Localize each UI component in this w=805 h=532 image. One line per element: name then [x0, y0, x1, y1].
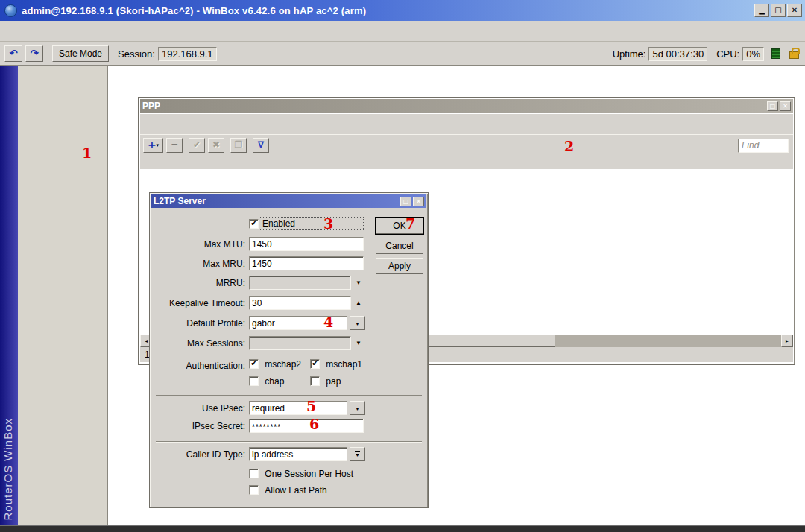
keepalive-input[interactable]: 30 [249, 296, 351, 310]
annotation-1: 1 [82, 146, 92, 160]
mschap1-checkbox[interactable] [310, 359, 320, 369]
max-mtu-label: Max MTU: [150, 237, 245, 250]
one-session-per-host-option[interactable]: One Session Per Host [249, 469, 353, 479]
dialog-maximize-icon[interactable]: □ [400, 197, 411, 206]
secure-session-lock-icon [789, 51, 799, 59]
annotation-2: 2 [564, 139, 574, 153]
max-mru-label: Max MRU: [150, 256, 245, 269]
window-title: admin@192.168.9.1 (Skori-hAPac^2) - WinB… [22, 5, 366, 16]
safe-mode-button[interactable]: Safe Mode [52, 45, 109, 62]
uptime-value: 5d 00:37:30 [648, 47, 707, 61]
brand-strip: RouterOS WinBox [0, 66, 18, 525]
chap-checkbox[interactable] [249, 376, 259, 386]
auth-mschap2-option[interactable]: mschap2 [249, 359, 301, 370]
undo-icon[interactable]: ↶ [4, 45, 22, 62]
ppp-toolbar: +▾ − ✔ ✖ ❐ ∇ [140, 134, 793, 156]
ppp-window-title: PPP [142, 101, 160, 111]
auth-chap-option[interactable]: chap [249, 376, 284, 387]
comment-button[interactable]: ❐ [230, 138, 247, 153]
ipsec-secret-input[interactable]: ******** [249, 419, 364, 433]
minimize-icon[interactable]: ▁ [754, 4, 769, 17]
find-input[interactable] [738, 139, 789, 153]
disable-button[interactable]: ✖ [208, 138, 224, 153]
ok-button[interactable]: OK [376, 218, 423, 234]
max-mtu-input[interactable]: 1450 [249, 237, 364, 251]
l2tp-server-dialog: L2TP Server □ ✕ Enabled OK Cancel Apply … [149, 192, 429, 508]
routeros-winbox-brand: RouterOS WinBox [1, 418, 14, 521]
annotation-4: 4 [323, 315, 333, 329]
allow-fast-path-checkbox[interactable] [249, 485, 259, 495]
default-profile-label: Default Profile: [150, 316, 245, 329]
enabled-label[interactable]: Enabled [259, 217, 364, 230]
ipsec-secret-label: IPsec Secret: [150, 419, 245, 431]
l2tp-dialog-titlebar[interactable]: L2TP Server □ ✕ [151, 194, 426, 208]
maximize-icon[interactable]: □ [771, 4, 786, 17]
redo-icon[interactable]: ↷ [25, 45, 43, 62]
section-divider [156, 395, 422, 396]
menu-bar [0, 21, 805, 42]
session-label: Session: [118, 48, 155, 60]
pap-checkbox[interactable] [310, 376, 320, 386]
filter-icon[interactable]: ∇ [253, 138, 269, 153]
session-value: 192.168.9.1 [158, 47, 217, 61]
max-sessions-input[interactable] [249, 336, 351, 350]
use-ipsec-label: Use IPsec: [150, 401, 245, 414]
enable-button[interactable]: ✔ [189, 138, 205, 153]
add-button[interactable]: +▾ [143, 138, 163, 153]
annotation-3: 3 [323, 217, 333, 231]
mschap2-checkbox[interactable] [249, 359, 259, 369]
window-titlebar: admin@192.168.9.1 (Skori-hAPac^2) - WinB… [0, 0, 805, 21]
dialog-close-icon[interactable]: ✕ [413, 197, 424, 206]
mrru-label: MRRU: [150, 276, 245, 288]
mrru-input[interactable] [249, 276, 351, 290]
section-divider [156, 441, 422, 443]
sidebar [18, 66, 108, 525]
annotation-7: 7 [405, 217, 415, 231]
keepalive-up-icon[interactable]: ▲ [356, 300, 362, 306]
close-icon[interactable]: ✕ [787, 4, 802, 17]
ppp-close-icon[interactable]: ✕ [780, 101, 791, 111]
annotation-5: 5 [306, 399, 316, 414]
use-ipsec-input[interactable]: required [249, 401, 347, 415]
authentication-label: Authentication: [150, 358, 245, 371]
max-sessions-label: Max Sessions: [150, 336, 245, 349]
main-toolbar: ↶ ↷ Safe Mode Session: 192.168.9.1 Uptim… [0, 42, 805, 66]
workspace: PPP □ ✕ +▾ − ✔ ✖ ❐ ∇ [108, 66, 805, 525]
l2tp-dialog-title: L2TP Server [154, 196, 206, 206]
auth-pap-option[interactable]: pap [310, 376, 341, 387]
mrru-dropdown-icon[interactable]: ▼ [356, 279, 362, 286]
cpu-value: 0% [742, 47, 764, 61]
max-sessions-dropdown-icon[interactable]: ▼ [356, 340, 362, 346]
ppp-maximize-icon[interactable]: □ [767, 101, 778, 111]
remove-button[interactable]: − [166, 138, 183, 153]
winbox-app: admin@192.168.9.1 (Skori-hAPac^2) - WinB… [0, 0, 805, 532]
enabled-checkbox[interactable] [249, 219, 259, 229]
default-profile-dropdown-icon[interactable]: ▼ [350, 316, 365, 330]
annotation-6: 6 [309, 417, 319, 431]
keepalive-label: Keepalive Timeout: [150, 296, 245, 308]
caller-id-type-label: Caller ID Type: [150, 447, 245, 460]
traffic-graph-icon[interactable] [771, 48, 780, 59]
winbox-app-icon [4, 4, 17, 17]
taskbar-edge [0, 525, 805, 532]
caller-id-type-input[interactable]: ip address [249, 447, 347, 461]
caller-id-dropdown-icon[interactable]: ▼ [350, 447, 365, 461]
max-mru-input[interactable]: 1450 [249, 256, 364, 270]
interface-table-header [140, 156, 793, 169]
auth-mschap1-option[interactable]: mschap1 [310, 359, 362, 370]
allow-fast-path-option[interactable]: Allow Fast Path [249, 485, 327, 495]
uptime-label: Uptime: [613, 48, 646, 60]
scroll-right-icon[interactable]: ▸ [781, 335, 793, 347]
cpu-label: CPU: [716, 48, 739, 60]
one-session-per-host-checkbox[interactable] [249, 469, 259, 478]
ppp-window-titlebar[interactable]: PPP □ ✕ [140, 99, 793, 113]
ppp-tab-strip [140, 114, 793, 134]
use-ipsec-dropdown-icon[interactable]: ▼ [350, 401, 365, 415]
